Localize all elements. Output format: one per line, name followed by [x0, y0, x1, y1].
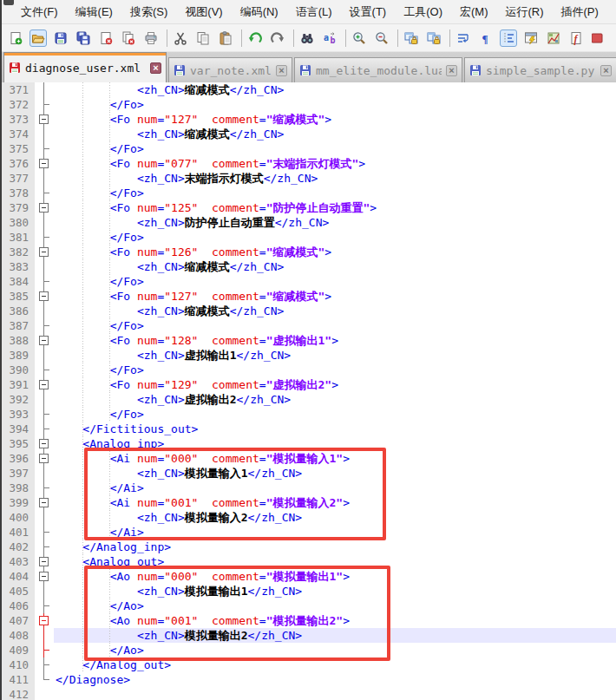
save-all-icon[interactable]	[75, 29, 92, 47]
fold-collapse-icon[interactable]	[39, 498, 49, 507]
close-tab-icon[interactable]: ×	[150, 62, 161, 74]
fold-collapse-icon[interactable]	[39, 616, 49, 625]
menu-item-run[interactable]: 运行(R)	[496, 2, 552, 23]
editor[interactable]: 371 <zh_CN>缩减模式</zh_CN>372 </Fo>373 <Fo …	[2, 82, 616, 700]
code-text[interactable]: <Fo num="126" comment="缩减模式">	[54, 245, 616, 259]
code-text[interactable]: </Fo>	[54, 363, 616, 377]
code-text[interactable]: </Fo>	[54, 141, 616, 156]
paste-icon[interactable]	[217, 29, 234, 47]
fold-collapse-icon[interactable]	[39, 454, 49, 463]
line-number[interactable]: 389	[2, 348, 35, 363]
line-number[interactable]: 371	[2, 82, 35, 97]
tab-diagnose_user-xml[interactable]: diagnose_user.xml×	[3, 52, 167, 82]
line-number[interactable]: 381	[2, 230, 35, 245]
menu-item-view[interactable]: 视图(V)	[176, 2, 231, 23]
line-number[interactable]: 390	[2, 363, 35, 377]
indent-guide-icon[interactable]	[500, 29, 517, 47]
code-text[interactable]: </Ao>	[54, 599, 616, 613]
fold-collapse-icon[interactable]	[39, 572, 49, 581]
code-text[interactable]: <Analog_inp>	[54, 436, 616, 451]
line-number[interactable]: 397	[2, 466, 35, 481]
fold-collapse-icon[interactable]	[39, 247, 49, 257]
line-number[interactable]: 410	[2, 657, 35, 672]
menu-item-plugins[interactable]: 插件(P)	[553, 2, 607, 23]
code-text[interactable]: <zh_CN>缩减模式</zh_CN>	[54, 304, 616, 318]
line-number[interactable]: 377	[2, 171, 35, 186]
code-text[interactable]: <zh_CN>模拟量输出1</zh_CN>	[54, 584, 616, 599]
line-number[interactable]: 383	[2, 259, 35, 274]
macro-record-icon[interactable]	[590, 29, 607, 47]
code-text[interactable]: <Ai num="000" comment="模拟量输入1">	[54, 451, 616, 466]
fold-collapse-icon[interactable]	[39, 291, 49, 301]
code-text[interactable]: </Fo>	[54, 186, 616, 200]
code-text[interactable]: </Fo>	[54, 97, 616, 112]
code-text[interactable]	[54, 687, 616, 700]
line-number[interactable]: 385	[2, 289, 35, 304]
line-number[interactable]: 386	[2, 304, 35, 318]
code-text[interactable]: <zh_CN>防护停止自动重置</zh_CN>	[54, 215, 616, 230]
code-text[interactable]: <zh_CN>虚拟输出1</zh_CN>	[54, 348, 616, 363]
line-number[interactable]: 398	[2, 481, 35, 495]
line-number[interactable]: 403	[2, 554, 35, 569]
cut-icon[interactable]	[172, 29, 189, 47]
word-wrap-icon[interactable]	[455, 29, 472, 47]
menu-item-search[interactable]: 搜索(S)	[121, 2, 176, 23]
zoom-out-icon[interactable]	[373, 29, 390, 47]
code-text[interactable]: <zh_CN>模拟量输入2</zh_CN>	[54, 510, 616, 525]
line-number[interactable]: 396	[2, 451, 35, 466]
line-number[interactable]: 378	[2, 186, 35, 200]
code-text[interactable]: </Diagnose>	[54, 672, 616, 687]
tab-var_note-xml[interactable]: var_note.xml×	[168, 57, 292, 82]
code-text[interactable]: <Ao num="001" comment="模拟量输出2">	[54, 613, 616, 628]
line-number[interactable]: 387	[2, 318, 35, 333]
tab-mm_elite_module-lua[interactable]: mm_elite_module.lua×	[294, 57, 462, 82]
line-number[interactable]: 408	[2, 628, 35, 643]
code-text[interactable]: </Fo>	[54, 318, 616, 333]
line-number[interactable]: 412	[2, 687, 35, 700]
code-text[interactable]: <zh_CN>模拟量输入1</zh_CN>	[54, 466, 616, 481]
line-number[interactable]: 399	[2, 495, 35, 510]
script-monitor-icon[interactable]: f	[567, 29, 585, 47]
fold-collapse-icon[interactable]	[39, 380, 49, 389]
line-number[interactable]: 380	[2, 215, 35, 230]
line-number[interactable]: 372	[2, 97, 35, 112]
open-file-icon[interactable]	[29, 29, 47, 47]
fold-collapse-icon[interactable]	[39, 557, 49, 566]
line-number[interactable]: 384	[2, 274, 35, 289]
code-text[interactable]: <Fo num="127" comment="缩减模式">	[54, 289, 616, 304]
redo-icon[interactable]	[269, 29, 286, 47]
close-file-icon[interactable]	[97, 29, 115, 47]
line-number[interactable]: 400	[2, 510, 35, 525]
show-symbols-icon[interactable]: ¶	[477, 29, 495, 47]
menu-item-file[interactable]: 文件(F)	[12, 2, 67, 23]
replace-icon[interactable]: ab	[321, 29, 338, 47]
copy-icon[interactable]	[194, 29, 212, 47]
line-number[interactable]: 405	[2, 584, 35, 599]
code-text[interactable]: </Analog_inp>	[54, 540, 616, 554]
save-icon[interactable]	[52, 29, 69, 47]
function-list-icon[interactable]	[522, 29, 540, 47]
undo-icon[interactable]	[246, 29, 264, 47]
document-map-icon[interactable]	[545, 29, 562, 47]
fold-collapse-icon[interactable]	[39, 336, 49, 345]
line-number[interactable]: 409	[2, 643, 35, 657]
code-text[interactable]: </Analog_out>	[54, 657, 616, 672]
line-number[interactable]: 379	[2, 200, 35, 215]
fold-collapse-icon[interactable]	[39, 114, 49, 124]
line-number[interactable]: 394	[2, 422, 35, 436]
print-icon[interactable]	[142, 29, 160, 47]
line-number[interactable]: 376	[2, 156, 35, 171]
code-text[interactable]: <zh_CN>缩减模式</zh_CN>	[54, 127, 616, 141]
line-number[interactable]: 382	[2, 245, 35, 259]
line-number[interactable]: 402	[2, 540, 35, 554]
code-text[interactable]: </Ai>	[54, 525, 616, 540]
code-text[interactable]: </Fictitious_out>	[54, 422, 616, 436]
fold-collapse-icon[interactable]	[39, 439, 49, 448]
close-all-icon[interactable]	[120, 29, 137, 47]
new-file-icon[interactable]	[7, 29, 24, 47]
menu-item-tools[interactable]: 工具(O)	[395, 2, 451, 23]
line-number[interactable]: 401	[2, 525, 35, 540]
line-number[interactable]: 411	[2, 672, 35, 687]
menu-item-edit[interactable]: 编辑(E)	[67, 2, 121, 23]
code-text[interactable]: <Ao num="000" comment="模拟量输出1">	[54, 569, 616, 584]
